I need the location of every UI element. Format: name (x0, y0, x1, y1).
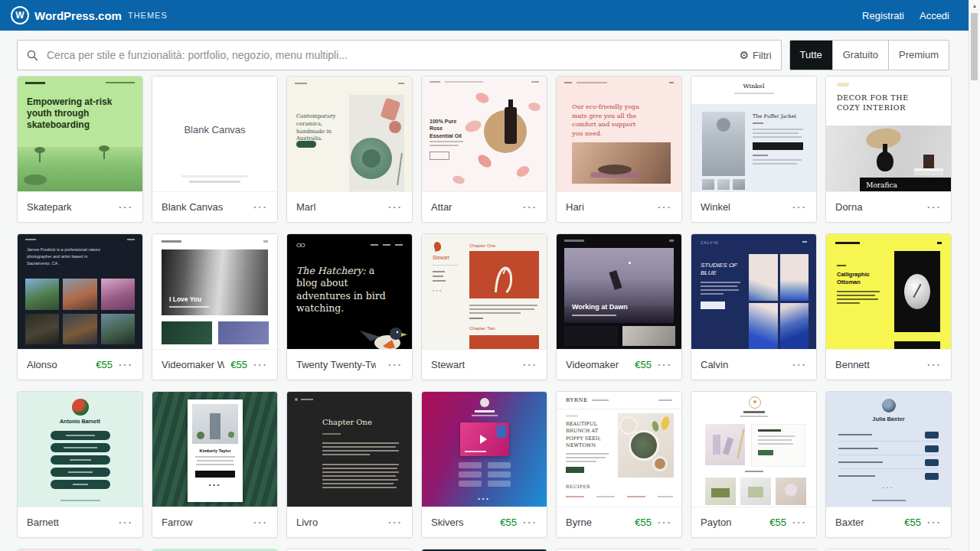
theme-card[interactable]: Working at Dawn Videomaker €55 ··· (556, 233, 682, 380)
tab-all[interactable]: Tutte (790, 41, 832, 70)
theme-card[interactable]: Antonio Barnett Barnett ··· (17, 391, 143, 538)
theme-preview[interactable]: Stewart ••• Chapter One Chapter Two (422, 234, 547, 349)
theme-card[interactable]: Winkel The Puffer Jacket (691, 76, 817, 223)
theme-name[interactable]: Alonso (27, 359, 90, 370)
more-options-button[interactable]: ··· (523, 517, 537, 528)
theme-preview[interactable] (691, 392, 816, 507)
more-options-button[interactable]: ··· (523, 201, 537, 213)
theme-card[interactable]: DECOR FOR THE COZY INTERIOR Morafica Dor… (825, 76, 952, 223)
register-link[interactable]: Registrati (862, 10, 904, 21)
theme-card[interactable]: 100% Pure Rose Essential Oil Attar ··· (421, 76, 547, 223)
theme-name[interactable]: Skatepark (27, 201, 106, 213)
theme-name[interactable]: Attar (431, 201, 511, 213)
more-options-button[interactable]: ··· (119, 201, 133, 213)
theme-preview[interactable]: Chapter One (287, 392, 412, 507)
more-options-button[interactable]: ··· (792, 359, 807, 370)
theme-card[interactable]: OO The Hatchery: a blog about adventures… (286, 233, 413, 380)
theme-name[interactable]: Farrow (162, 517, 241, 528)
theme-preview[interactable]: I Love You (152, 234, 277, 349)
scrollbar-thumb[interactable] (971, 13, 978, 80)
filters-button[interactable]: ⚙ Filtri (739, 49, 771, 61)
theme-name[interactable]: Videomaker White (162, 359, 224, 370)
button-shape (925, 445, 939, 452)
login-link[interactable]: Accedi (920, 10, 949, 21)
search-box[interactable]: ⚙ Filtri (17, 40, 782, 70)
theme-name[interactable]: Barnett (27, 517, 106, 528)
theme-card[interactable]: ••• Skivers €55 ··· (421, 391, 547, 538)
theme-card[interactable]: BYRNE BEAUTIFUL BRUNCH AT POPPY SEED, NE… (556, 391, 682, 538)
theme-preview[interactable]: 100% Pure Rose Essential Oil (422, 77, 547, 191)
theme-name[interactable]: Videomaker (566, 359, 629, 370)
theme-name[interactable]: Byrne (566, 517, 629, 528)
theme-preview[interactable]: Winkel The Puffer Jacket (691, 77, 816, 191)
more-options-button[interactable]: ··· (253, 517, 268, 528)
theme-preview[interactable]: Our eco-friendly yoga mats give you all … (557, 77, 681, 191)
scroll-up-icon[interactable]: ▲ (969, 0, 980, 11)
theme-card[interactable]: Payton €55 ··· (691, 391, 817, 538)
more-options-button[interactable]: ··· (523, 359, 537, 370)
theme-preview[interactable]: Working at Dawn (557, 234, 681, 349)
theme-name[interactable]: Hari (566, 201, 645, 213)
theme-card[interactable]: Our eco-friendly yoga mats give you all … (556, 76, 682, 223)
theme-preview[interactable]: Calligraphic Ottoman (826, 234, 951, 349)
theme-name[interactable]: Dorna (835, 201, 915, 213)
theme-name[interactable]: Calvin (701, 359, 780, 370)
tab-free[interactable]: Gratuito (832, 41, 888, 70)
more-options-button[interactable]: ··· (658, 517, 672, 528)
wordpress-logo-icon[interactable]: W (11, 6, 29, 24)
more-options-button[interactable]: ··· (119, 517, 133, 528)
more-options-button[interactable]: ··· (388, 517, 403, 528)
theme-name[interactable]: Winkel (701, 201, 780, 213)
theme-preview[interactable]: Contemporary ceramics, handmade in Austr… (287, 77, 412, 191)
tab-premium[interactable]: Premium (888, 41, 949, 70)
more-options-button[interactable]: ··· (253, 359, 268, 370)
theme-card[interactable]: Calligraphic Ottoman Bennett ··· (825, 233, 952, 380)
theme-name[interactable]: Baxter (835, 517, 898, 528)
theme-name[interactable]: Twenty Twenty-Two (296, 359, 376, 370)
theme-name[interactable]: Blank Canvas (162, 201, 241, 213)
theme-preview[interactable]: Blank Canvas (152, 77, 277, 191)
theme-card[interactable]: Stewart ••• Chapter One Chapter Two (421, 233, 547, 380)
theme-price: €55 (96, 359, 113, 370)
more-options-button[interactable]: ··· (388, 359, 403, 370)
more-options-button[interactable]: ··· (119, 359, 133, 370)
theme-card[interactable]: Blank Canvas Blank Canvas ··· (152, 76, 278, 223)
search-input[interactable] (45, 48, 739, 62)
theme-preview[interactable]: DECOR FOR THE COZY INTERIOR Morafica (826, 77, 951, 191)
list-row (838, 430, 939, 442)
more-options-button[interactable]: ··· (792, 201, 807, 213)
theme-name[interactable]: Payton (701, 517, 763, 528)
more-options-button[interactable]: ··· (388, 201, 403, 213)
theme-card[interactable]: I Love You Videomaker White €55 ··· (152, 233, 278, 380)
theme-card[interactable]: Empowering at-risk youth through skatebo… (17, 76, 143, 223)
theme-preview[interactable]: Empowering at-risk youth through skatebo… (18, 77, 142, 191)
theme-card[interactable]: Chapter One Livro ··· (286, 391, 413, 538)
more-options-button[interactable]: ··· (658, 201, 672, 213)
theme-name[interactable]: Marl (296, 201, 376, 213)
theme-card[interactable]: CALVIN STUDIES OF BLUE Calvin ··· (691, 233, 817, 380)
theme-name[interactable]: Bennett (835, 359, 915, 370)
theme-preview[interactable]: Antonio Barnett (18, 392, 142, 507)
more-options-button[interactable]: ··· (658, 359, 672, 370)
theme-preview[interactable]: ••• (422, 392, 547, 507)
theme-card[interactable]: Julia Baxter ••• (825, 391, 952, 538)
more-options-button[interactable]: ··· (927, 201, 942, 213)
theme-preview[interactable]: BYRNE BEAUTIFUL BRUNCH AT POPPY SEED, NE… (557, 392, 681, 507)
more-options-button[interactable]: ··· (927, 359, 942, 370)
scrollbar[interactable]: ▲ (969, 0, 980, 551)
theme-preview[interactable]: CALVIN STUDIES OF BLUE (691, 234, 816, 349)
theme-name[interactable]: Livro (296, 517, 376, 528)
more-options-button[interactable]: ··· (792, 517, 807, 528)
theme-card[interactable]: Kimberly Taylor ••• Farrow ··· (152, 391, 278, 538)
theme-preview[interactable]: James Fredrick is a professional nature … (18, 234, 142, 349)
theme-preview[interactable]: OO The Hatchery: a blog about adventures… (287, 234, 412, 349)
theme-preview[interactable]: Kimberly Taylor ••• (152, 392, 277, 507)
theme-name[interactable]: Skivers (431, 517, 494, 528)
theme-card[interactable]: James Fredrick is a professional nature … (17, 233, 143, 380)
theme-card[interactable]: Contemporary ceramics, handmade in Austr… (286, 76, 413, 223)
more-options-button[interactable]: ··· (927, 517, 942, 528)
theme-name[interactable]: Stewart (431, 359, 511, 370)
theme-preview[interactable]: Julia Baxter ••• (826, 392, 951, 507)
more-options-button[interactable]: ··· (253, 201, 268, 213)
brand-title[interactable]: WordPress.com (34, 9, 122, 22)
